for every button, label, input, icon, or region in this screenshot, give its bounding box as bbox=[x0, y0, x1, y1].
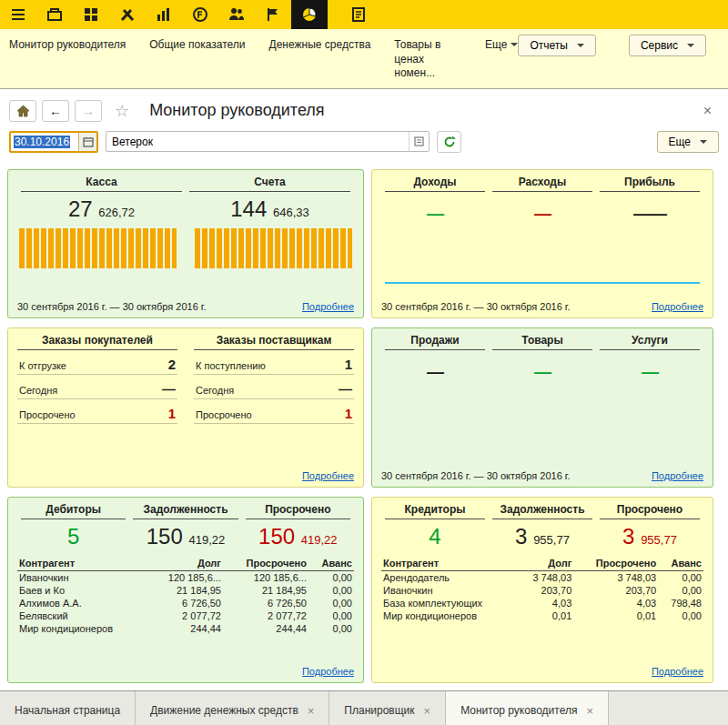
metric-tovary: Товары — bbox=[489, 334, 596, 382]
table-row[interactable]: Иваночкин120 185,6...120 185,6...0,00 bbox=[17, 570, 354, 584]
open-windows-tabbar: Начальная страница Движение денежных сре… bbox=[0, 690, 728, 725]
table-row[interactable]: Мир кондиционеров244,44244,440,00 bbox=[17, 622, 354, 635]
table-row[interactable]: База комплектующих4,034,03798,48 bbox=[381, 597, 703, 609]
metric-label: Продажи bbox=[385, 334, 485, 350]
tab-manager-monitor[interactable]: Монитор руководителя × bbox=[446, 691, 609, 725]
column-header: Долг bbox=[147, 556, 223, 571]
orders-column-title: Заказы поставщикам bbox=[194, 334, 354, 350]
form-close-icon[interactable]: × bbox=[696, 103, 719, 119]
tab-close-icon[interactable]: × bbox=[424, 704, 431, 718]
creditors-table: Контрагент Долг Просрочено Аванс Арендод… bbox=[381, 556, 703, 622]
metric-value: — bbox=[489, 362, 596, 382]
table-row[interactable]: Белявский2 077,722 077,720,00 bbox=[17, 609, 354, 622]
chevron-down-icon bbox=[511, 43, 518, 46]
forward-button[interactable]: → bbox=[75, 100, 102, 122]
favorite-star-icon[interactable]: ☆ bbox=[115, 101, 129, 121]
filter-bar: 30.10.2016 Еще bbox=[0, 127, 728, 162]
income-metrics: Доходы — Расходы — Прибыль —— bbox=[381, 176, 703, 224]
table-row[interactable]: Мир кондиционеров0,010,010,00 bbox=[381, 609, 703, 622]
metric-label: Прибыль bbox=[600, 176, 700, 192]
staff-people-icon[interactable] bbox=[218, 0, 255, 29]
dashboard-grid: Касса 27 626,72 Счета 144 646,33 30 сент… bbox=[0, 162, 728, 690]
period-label: 30 сентября 2016 г. — 30 октября 2016 г. bbox=[17, 301, 207, 312]
orders-row-label: К отгрузке bbox=[19, 360, 66, 371]
table-header-row: Контрагент Долг Просрочено Аванс bbox=[17, 556, 354, 571]
service-tools-icon[interactable] bbox=[109, 0, 146, 29]
home-button[interactable] bbox=[9, 100, 36, 122]
menu-item-general-indicators[interactable]: Общие показатели bbox=[149, 38, 245, 51]
date-field-wrap: 30.10.2016 bbox=[9, 131, 98, 153]
back-button[interactable]: ← bbox=[42, 100, 69, 122]
notes-document-icon[interactable] bbox=[340, 0, 377, 29]
metric-value: — bbox=[381, 362, 489, 382]
tab-start-page[interactable]: Начальная страница bbox=[0, 691, 136, 725]
period-label: 30 сентября 2016 г. — 30 октября 2016 г. bbox=[381, 470, 571, 481]
column-header: Контрагент bbox=[17, 556, 147, 571]
metric-value: 150 419,22 bbox=[129, 526, 241, 548]
details-link[interactable]: Подробнее bbox=[652, 470, 703, 481]
table-row[interactable]: Арендодатель3 748,033 748,030,00 bbox=[381, 570, 703, 584]
top-icon-bar bbox=[0, 0, 728, 29]
tab-close-icon[interactable]: × bbox=[586, 704, 593, 718]
open-choice-icon[interactable] bbox=[409, 132, 429, 151]
scheta-bar-chart bbox=[195, 228, 352, 268]
orders-row-label: Просрочено bbox=[196, 409, 252, 420]
sales-chart-area bbox=[383, 386, 702, 465]
form-header: ← → ☆ Монитор руководителя × bbox=[0, 89, 728, 127]
menu-item-cash-funds[interactable]: Денежные средства bbox=[269, 38, 371, 51]
orders-row-value: 1 bbox=[168, 407, 176, 420]
column-header: Контрагент bbox=[381, 556, 517, 571]
catalog-grid-icon[interactable] bbox=[73, 0, 109, 29]
topbar-divider bbox=[328, 0, 340, 29]
tasks-flag-icon[interactable] bbox=[255, 0, 291, 29]
orders-row-value: — bbox=[162, 382, 176, 396]
metric-dohody: Доходы — bbox=[381, 176, 489, 224]
details-link[interactable]: Подробнее bbox=[652, 301, 703, 312]
manager-monitor-pie-icon[interactable] bbox=[291, 0, 328, 29]
menu-item-manager-monitor[interactable]: Монитор руководителя bbox=[9, 38, 126, 51]
reports-button[interactable]: Отчеты bbox=[518, 35, 595, 56]
sales-panel: Продажи — Товары — Услуги — 30 сентября … bbox=[371, 327, 713, 488]
section-menu-bar: Монитор руководителя Общие показатели Де… bbox=[0, 29, 728, 89]
tab-planner[interactable]: Планировщик × bbox=[329, 691, 446, 725]
details-link[interactable]: Подробнее bbox=[302, 666, 354, 677]
metric-label: Расходы bbox=[492, 176, 592, 192]
debtors-metrics: Дебиторы 5 Задолженность 150 419,22 Прос… bbox=[17, 503, 354, 548]
orders-row-value: 2 bbox=[168, 357, 176, 371]
metric-label: Товары bbox=[492, 334, 592, 350]
table-row[interactable]: Алхимов А.А.6 726,506 726,500,00 bbox=[17, 597, 354, 609]
refresh-button[interactable] bbox=[437, 131, 461, 153]
column-header: Просрочено bbox=[223, 556, 308, 571]
cash-register-icon[interactable] bbox=[36, 0, 73, 29]
details-link[interactable]: Подробнее bbox=[302, 301, 354, 312]
more-button[interactable]: Еще bbox=[657, 131, 719, 153]
tab-close-icon[interactable]: × bbox=[308, 704, 315, 718]
table-row[interactable]: Баев и Ко21 184,9521 184,950,00 bbox=[17, 584, 354, 597]
more-button-label: Еще bbox=[669, 136, 691, 148]
debtors-table: Контрагент Долг Просрочено Аванс Иваночк… bbox=[17, 556, 354, 635]
tab-cash-flow[interactable]: Движение денежных средств × bbox=[136, 691, 329, 725]
metric-rashody: Расходы — bbox=[489, 176, 596, 224]
menu-more-button[interactable]: Еще bbox=[485, 38, 518, 51]
date-input[interactable]: 30.10.2016 bbox=[11, 133, 78, 151]
metric-prodazhi: Продажи — bbox=[381, 334, 489, 382]
menu-item-goods-prices[interactable]: Товары в ценах номен... bbox=[394, 38, 461, 81]
details-link[interactable]: Подробнее bbox=[652, 666, 703, 677]
company-input[interactable] bbox=[106, 132, 409, 151]
details-link[interactable]: Подробнее bbox=[302, 470, 354, 481]
service-button[interactable]: Сервис bbox=[629, 35, 706, 56]
metric-prosrocheno: Просрочено 150 419,22 bbox=[242, 503, 354, 548]
calendar-icon[interactable] bbox=[78, 133, 96, 151]
table-row[interactable]: Иваночкин203,70203,700,00 bbox=[381, 584, 703, 597]
finance-coin-icon[interactable] bbox=[182, 0, 218, 29]
panel-footer: Подробнее bbox=[17, 664, 354, 677]
metric-value: 144 646,33 bbox=[186, 198, 354, 220]
company-field-wrap bbox=[106, 131, 430, 152]
orders-row: К отгрузке 2 bbox=[17, 350, 177, 375]
main-menu-icon[interactable] bbox=[0, 0, 36, 29]
metric-value: — bbox=[381, 204, 489, 224]
orders-row-label: Сегодня bbox=[19, 385, 57, 396]
metric-scheta: Счета 144 646,33 bbox=[186, 176, 354, 220]
period-label: 30 сентября 2016 г. — 30 октября 2016 г. bbox=[381, 301, 571, 312]
bar-chart-icon[interactable] bbox=[146, 0, 182, 29]
